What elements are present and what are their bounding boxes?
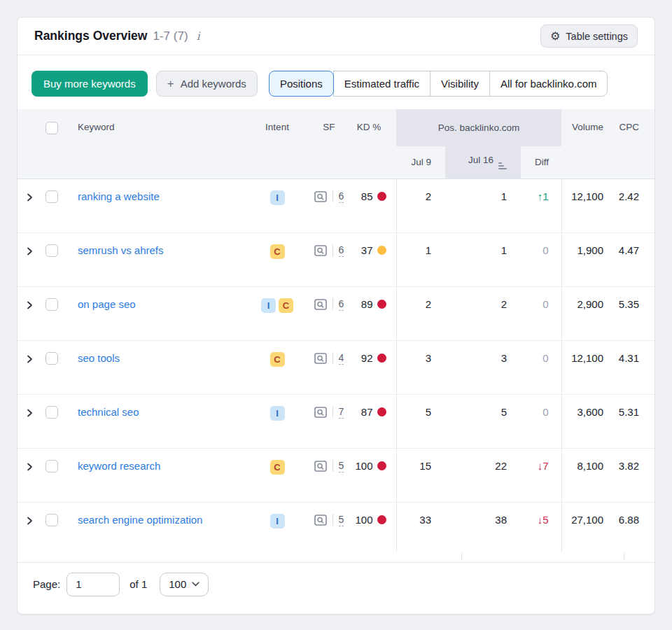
keyword-link[interactable]: keyword research xyxy=(78,460,160,472)
table-row: semrush vs ahrefsC6371101,9004.47 xyxy=(18,232,655,286)
column-header-kd: KD % xyxy=(351,109,396,178)
info-icon[interactable]: i xyxy=(197,29,200,43)
serp-preview-icon[interactable] xyxy=(314,461,327,472)
kd-value: 100 xyxy=(355,460,372,472)
pos-prev-value: 2 xyxy=(396,178,445,232)
intent-badge-commercial[interactable]: C xyxy=(270,460,285,475)
serp-preview-icon[interactable] xyxy=(314,407,327,418)
sf-count-link[interactable]: 6 xyxy=(339,298,344,311)
intent-badge-commercial[interactable]: C xyxy=(270,244,285,259)
serp-features-cell: 7 xyxy=(314,406,344,419)
kd-difficulty-dot xyxy=(377,300,386,309)
page-of-label: of 1 xyxy=(130,578,147,590)
pos-diff-value: 0 xyxy=(521,232,561,286)
column-header-cpc: CPC xyxy=(617,109,655,178)
sf-count-link[interactable]: 6 xyxy=(339,244,344,257)
header-expander-spacer xyxy=(18,109,41,178)
page-number-input[interactable] xyxy=(66,573,120,596)
sf-divider xyxy=(332,460,333,472)
row-checkbox[interactable] xyxy=(46,190,58,203)
intent-badge-commercial[interactable]: C xyxy=(279,298,293,313)
column-divider-stub xyxy=(624,552,624,561)
select-all-checkbox[interactable] xyxy=(46,122,58,134)
cpc-value: 6.88 xyxy=(617,502,655,552)
results-range: 1-7 (7) xyxy=(153,29,188,43)
intent-badge-informational[interactable]: I xyxy=(270,190,285,205)
per-page-value: 100 xyxy=(169,578,186,590)
table-settings-button[interactable]: ⚙ Table settings xyxy=(540,24,638,48)
expand-chevron-right-icon[interactable] xyxy=(24,462,34,472)
sf-count-link[interactable]: 4 xyxy=(339,352,344,365)
table-row: keyword researchC51001522↓78,1003.82 xyxy=(18,448,655,502)
column-header-sf: SF xyxy=(307,109,351,178)
row-checkbox[interactable] xyxy=(46,406,58,419)
intent-badges: C xyxy=(270,352,285,367)
tab-visibility[interactable]: Visibility xyxy=(430,71,490,97)
row-checkbox[interactable] xyxy=(46,352,58,365)
column-header-jul16[interactable]: Jul 16 xyxy=(445,146,521,178)
serp-features-cell: 5 xyxy=(314,460,344,472)
table-settings-label: Table settings xyxy=(566,31,628,42)
keyword-link[interactable]: on page seo xyxy=(78,298,136,310)
serp-preview-icon[interactable] xyxy=(314,514,327,526)
tab-positions[interactable]: Positions xyxy=(269,71,334,97)
sf-count-link[interactable]: 5 xyxy=(339,514,344,526)
intent-badge-commercial[interactable]: C xyxy=(270,352,285,367)
column-header-jul9[interactable]: Jul 9 xyxy=(396,146,445,178)
expand-chevron-right-icon[interactable] xyxy=(24,300,34,310)
title-wrap: Rankings Overview 1-7 (7) i xyxy=(34,29,200,43)
rankings-table: Keyword Intent SF KD % Pos. backlinko.co… xyxy=(18,109,655,552)
tab-all-for-backlinko-com[interactable]: All for backlinko.com xyxy=(489,71,608,97)
sf-count-link[interactable]: 6 xyxy=(339,190,344,203)
serp-preview-icon[interactable] xyxy=(314,245,327,256)
sf-divider xyxy=(332,190,333,202)
pos-diff-value: ↓5 xyxy=(521,502,561,552)
sf-count-link[interactable]: 5 xyxy=(339,460,344,472)
row-checkbox[interactable] xyxy=(46,298,58,311)
expand-chevron-right-icon[interactable] xyxy=(24,192,34,202)
serp-preview-icon[interactable] xyxy=(314,353,327,364)
pos-curr-value: 3 xyxy=(445,340,521,394)
intent-badges: I xyxy=(270,406,285,421)
row-checkbox[interactable] xyxy=(46,244,58,257)
per-page-select[interactable]: 100 xyxy=(160,573,209,596)
expand-chevron-right-icon[interactable] xyxy=(24,246,34,256)
keyword-link[interactable]: search engine optimization xyxy=(78,514,202,526)
table-row: seo toolsC49233012,1004.31 xyxy=(18,340,655,394)
page-title: Rankings Overview xyxy=(34,29,147,43)
keyword-link[interactable]: semrush vs ahrefs xyxy=(78,244,164,256)
header-checkbox-cell xyxy=(41,109,66,178)
table-row: on page seoIC6892202,9005.35 xyxy=(18,286,655,340)
serp-preview-icon[interactable] xyxy=(314,299,327,310)
tab-estimated-traffic[interactable]: Estimated traffic xyxy=(333,71,430,97)
keyword-link[interactable]: seo tools xyxy=(78,352,120,364)
intent-badge-informational[interactable]: I xyxy=(261,298,276,313)
pos-curr-value: 2 xyxy=(445,286,521,340)
expand-chevron-right-icon[interactable] xyxy=(24,354,34,364)
row-checkbox[interactable] xyxy=(46,460,58,472)
intent-badge-informational[interactable]: I xyxy=(270,406,285,421)
keyword-link[interactable]: ranking a website xyxy=(78,190,160,202)
table-body: ranking a websiteI68521↑112,1002.42semru… xyxy=(18,178,655,552)
serp-preview-icon[interactable] xyxy=(314,191,327,202)
expand-chevron-right-icon[interactable] xyxy=(24,408,34,418)
intent-badges: IC xyxy=(261,298,293,313)
sf-divider xyxy=(332,352,333,364)
intent-badge-informational[interactable]: I xyxy=(270,514,285,528)
volume-value: 2,900 xyxy=(561,286,617,340)
pos-prev-value: 3 xyxy=(396,340,445,394)
expand-chevron-right-icon[interactable] xyxy=(24,516,34,526)
keyword-link[interactable]: technical seo xyxy=(78,406,139,418)
column-header-diff[interactable]: Diff xyxy=(521,146,561,178)
cpc-value: 5.31 xyxy=(617,394,655,448)
row-checkbox[interactable] xyxy=(46,514,58,526)
sf-count-link[interactable]: 7 xyxy=(339,406,344,419)
kd-cell: 89 xyxy=(361,298,386,310)
serp-features-cell: 5 xyxy=(314,514,344,526)
add-keywords-button[interactable]: + Add keywords xyxy=(156,71,258,97)
table-row: technical seoI7875503,6005.31 xyxy=(18,394,655,448)
pos-prev-value: 2 xyxy=(396,286,445,340)
buy-more-keywords-button[interactable]: Buy more keywords xyxy=(31,71,148,97)
cpc-value: 5.35 xyxy=(617,286,655,340)
pos-curr-value: 5 xyxy=(445,394,521,448)
